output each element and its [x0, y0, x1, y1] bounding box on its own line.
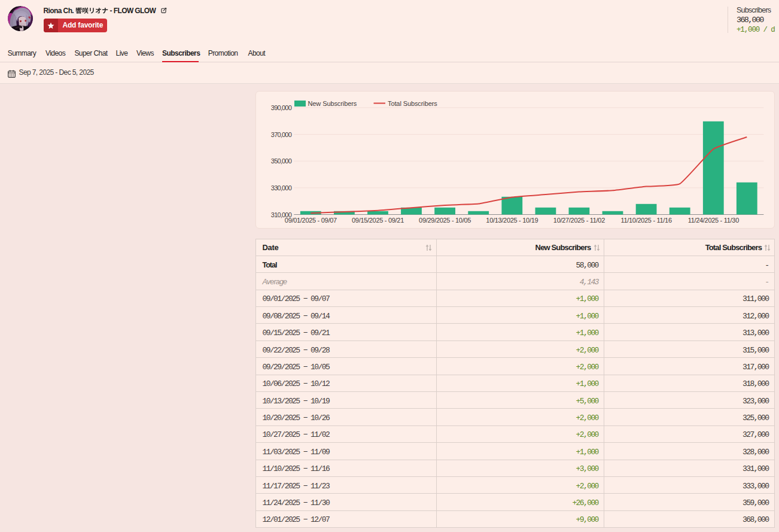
svg-text:10/27/2025 - 11/02: 10/27/2025 - 11/02 [553, 217, 605, 224]
svg-text:11/10/2025 - 11/16: 11/10/2025 - 11/16 [620, 217, 672, 224]
svg-text:09/01/2025 - 09/07: 09/01/2025 - 09/07 [285, 217, 337, 224]
svg-text:11/24/2025 - 11/30: 11/24/2025 - 11/30 [688, 217, 740, 224]
svg-text:370,000: 370,000 [271, 131, 292, 138]
svg-text:350,000: 350,000 [271, 157, 292, 165]
svg-text:New Subscribers: New Subscribers [308, 100, 357, 107]
svg-text:Total Subscribers: Total Subscribers [388, 100, 437, 107]
svg-text:330,000: 330,000 [271, 184, 292, 191]
svg-text:10/13/2025 - 10/19: 10/13/2025 - 10/19 [486, 217, 538, 224]
svg-text:09/29/2025 - 10/05: 09/29/2025 - 10/05 [419, 217, 471, 224]
svg-text:390,000: 390,000 [271, 104, 292, 111]
svg-text:09/15/2025 - 09/21: 09/15/2025 - 09/21 [352, 217, 404, 224]
